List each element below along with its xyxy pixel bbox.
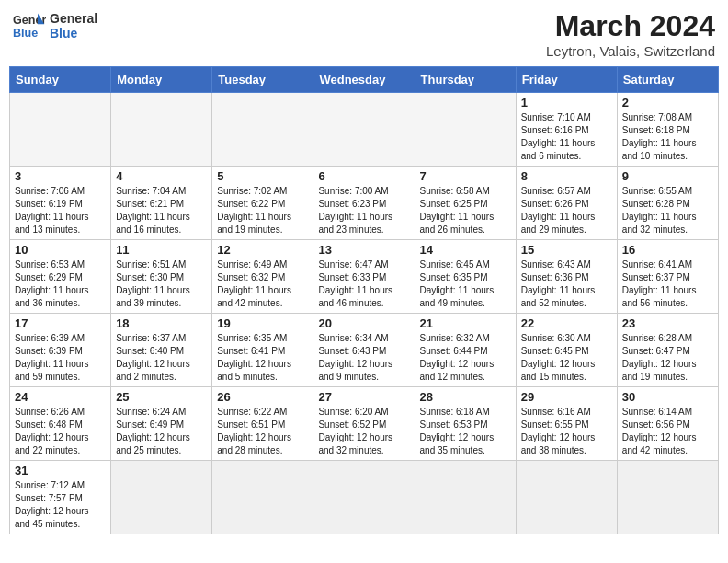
day-of-week-header: Thursday <box>415 67 516 93</box>
calendar-day-cell: 1Sunrise: 7:10 AM Sunset: 6:16 PM Daylig… <box>516 93 617 167</box>
day-of-week-header: Wednesday <box>313 67 415 93</box>
day-info: Sunrise: 7:12 AM Sunset: 7:57 PM Dayligh… <box>15 479 106 531</box>
calendar-day-cell <box>313 461 415 534</box>
calendar-day-cell: 15Sunrise: 6:43 AM Sunset: 6:36 PM Dayli… <box>516 240 617 314</box>
day-info: Sunrise: 6:18 AM Sunset: 6:53 PM Dayligh… <box>420 406 511 457</box>
day-number: 26 <box>217 390 308 404</box>
location-title: Leytron, Valais, Switzerland <box>546 43 715 59</box>
day-of-week-header: Monday <box>111 67 212 93</box>
calendar-day-cell: 17Sunrise: 6:39 AM Sunset: 6:39 PM Dayli… <box>10 314 111 387</box>
day-info: Sunrise: 6:20 AM Sunset: 6:52 PM Dayligh… <box>318 406 409 457</box>
calendar-day-cell <box>516 461 617 534</box>
calendar-week-row: 1Sunrise: 7:10 AM Sunset: 6:16 PM Daylig… <box>10 93 719 167</box>
calendar-day-cell: 18Sunrise: 6:37 AM Sunset: 6:40 PM Dayli… <box>111 314 212 387</box>
calendar-day-cell: 24Sunrise: 6:26 AM Sunset: 6:48 PM Dayli… <box>10 387 111 461</box>
calendar-day-cell: 8Sunrise: 6:57 AM Sunset: 6:26 PM Daylig… <box>516 167 617 240</box>
day-number: 1 <box>521 96 612 109</box>
calendar-day-cell: 5Sunrise: 7:02 AM Sunset: 6:22 PM Daylig… <box>212 167 313 240</box>
day-info: Sunrise: 6:22 AM Sunset: 6:51 PM Dayligh… <box>217 406 308 457</box>
day-info: Sunrise: 6:24 AM Sunset: 6:49 PM Dayligh… <box>116 406 207 457</box>
day-info: Sunrise: 6:43 AM Sunset: 6:36 PM Dayligh… <box>521 259 612 310</box>
day-number: 14 <box>420 243 511 257</box>
day-info: Sunrise: 6:41 AM Sunset: 6:37 PM Dayligh… <box>622 259 713 310</box>
day-number: 11 <box>116 243 207 257</box>
day-info: Sunrise: 6:53 AM Sunset: 6:29 PM Dayligh… <box>15 259 106 310</box>
calendar-day-cell: 19Sunrise: 6:35 AM Sunset: 6:41 PM Dayli… <box>212 314 313 387</box>
day-info: Sunrise: 7:10 AM Sunset: 6:16 PM Dayligh… <box>521 111 612 163</box>
day-number: 22 <box>521 316 612 330</box>
day-number: 24 <box>15 390 106 404</box>
calendar-day-cell: 28Sunrise: 6:18 AM Sunset: 6:53 PM Dayli… <box>415 387 516 461</box>
day-number: 13 <box>318 243 409 257</box>
logo-blue: Blue <box>50 26 97 40</box>
calendar-day-cell: 9Sunrise: 6:55 AM Sunset: 6:28 PM Daylig… <box>617 167 718 240</box>
calendar-day-cell: 13Sunrise: 6:47 AM Sunset: 6:33 PM Dayli… <box>313 240 415 314</box>
calendar-day-cell <box>111 461 212 534</box>
day-number: 30 <box>622 390 713 404</box>
calendar-day-cell <box>313 93 415 167</box>
day-info: Sunrise: 6:32 AM Sunset: 6:44 PM Dayligh… <box>420 332 511 384</box>
calendar-day-cell: 6Sunrise: 7:00 AM Sunset: 6:23 PM Daylig… <box>313 167 415 240</box>
calendar-day-cell: 12Sunrise: 6:49 AM Sunset: 6:32 PM Dayli… <box>212 240 313 314</box>
day-info: Sunrise: 6:47 AM Sunset: 6:33 PM Dayligh… <box>318 259 409 310</box>
calendar-day-cell: 11Sunrise: 6:51 AM Sunset: 6:30 PM Dayli… <box>111 240 212 314</box>
day-number: 21 <box>420 316 511 330</box>
calendar-day-cell: 16Sunrise: 6:41 AM Sunset: 6:37 PM Dayli… <box>617 240 718 314</box>
calendar-day-cell <box>111 93 212 167</box>
calendar-day-cell: 14Sunrise: 6:45 AM Sunset: 6:35 PM Dayli… <box>415 240 516 314</box>
month-title: March 2024 <box>546 9 715 43</box>
calendar-day-cell: 30Sunrise: 6:14 AM Sunset: 6:56 PM Dayli… <box>617 387 718 461</box>
day-info: Sunrise: 7:06 AM Sunset: 6:19 PM Dayligh… <box>15 185 106 236</box>
day-number: 8 <box>521 169 612 183</box>
day-number: 29 <box>521 390 612 404</box>
calendar-day-cell: 2Sunrise: 7:08 AM Sunset: 6:18 PM Daylig… <box>617 93 718 167</box>
day-info: Sunrise: 6:28 AM Sunset: 6:47 PM Dayligh… <box>622 332 713 384</box>
calendar-day-cell <box>617 461 718 534</box>
day-info: Sunrise: 6:55 AM Sunset: 6:28 PM Dayligh… <box>622 185 713 236</box>
svg-text:Blue: Blue <box>13 27 38 40</box>
calendar-header-row: SundayMondayTuesdayWednesdayThursdayFrid… <box>10 67 719 93</box>
calendar-day-cell: 26Sunrise: 6:22 AM Sunset: 6:51 PM Dayli… <box>212 387 313 461</box>
calendar-day-cell: 21Sunrise: 6:32 AM Sunset: 6:44 PM Dayli… <box>415 314 516 387</box>
day-number: 5 <box>217 169 308 183</box>
day-number: 31 <box>15 464 106 477</box>
day-number: 12 <box>217 243 308 257</box>
day-info: Sunrise: 6:39 AM Sunset: 6:39 PM Dayligh… <box>15 332 106 384</box>
calendar-day-cell: 27Sunrise: 6:20 AM Sunset: 6:52 PM Dayli… <box>313 387 415 461</box>
logo: General Blue General Blue <box>13 9 97 42</box>
day-number: 16 <box>622 243 713 257</box>
day-info: Sunrise: 7:02 AM Sunset: 6:22 PM Dayligh… <box>217 185 308 236</box>
header: General Blue General Blue March 2024 Ley… <box>9 9 719 59</box>
day-number: 25 <box>116 390 207 404</box>
day-info: Sunrise: 6:45 AM Sunset: 6:35 PM Dayligh… <box>420 259 511 310</box>
calendar-day-cell: 7Sunrise: 6:58 AM Sunset: 6:25 PM Daylig… <box>415 167 516 240</box>
day-number: 9 <box>622 169 713 183</box>
calendar-day-cell: 3Sunrise: 7:06 AM Sunset: 6:19 PM Daylig… <box>10 167 111 240</box>
calendar-day-cell: 31Sunrise: 7:12 AM Sunset: 7:57 PM Dayli… <box>10 461 111 534</box>
day-info: Sunrise: 6:30 AM Sunset: 6:45 PM Dayligh… <box>521 332 612 384</box>
day-number: 7 <box>420 169 511 183</box>
calendar-day-cell <box>212 461 313 534</box>
day-number: 27 <box>318 390 409 404</box>
day-of-week-header: Saturday <box>617 67 718 93</box>
day-number: 15 <box>521 243 612 257</box>
day-info: Sunrise: 6:14 AM Sunset: 6:56 PM Dayligh… <box>622 406 713 457</box>
day-number: 17 <box>15 316 106 330</box>
calendar-day-cell: 10Sunrise: 6:53 AM Sunset: 6:29 PM Dayli… <box>10 240 111 314</box>
calendar-day-cell: 4Sunrise: 7:04 AM Sunset: 6:21 PM Daylig… <box>111 167 212 240</box>
day-number: 4 <box>116 169 207 183</box>
day-info: Sunrise: 6:35 AM Sunset: 6:41 PM Dayligh… <box>217 332 308 384</box>
day-info: Sunrise: 6:37 AM Sunset: 6:40 PM Dayligh… <box>116 332 207 384</box>
calendar-day-cell <box>415 93 516 167</box>
day-of-week-header: Friday <box>516 67 617 93</box>
calendar-day-cell <box>212 93 313 167</box>
day-number: 2 <box>622 96 713 109</box>
calendar-day-cell: 20Sunrise: 6:34 AM Sunset: 6:43 PM Dayli… <box>313 314 415 387</box>
day-number: 19 <box>217 316 308 330</box>
calendar-week-row: 31Sunrise: 7:12 AM Sunset: 7:57 PM Dayli… <box>10 461 719 534</box>
day-info: Sunrise: 6:51 AM Sunset: 6:30 PM Dayligh… <box>116 259 207 310</box>
day-info: Sunrise: 6:58 AM Sunset: 6:25 PM Dayligh… <box>420 185 511 236</box>
calendar-day-cell: 29Sunrise: 6:16 AM Sunset: 6:55 PM Dayli… <box>516 387 617 461</box>
calendar-week-row: 10Sunrise: 6:53 AM Sunset: 6:29 PM Dayli… <box>10 240 719 314</box>
day-info: Sunrise: 7:04 AM Sunset: 6:21 PM Dayligh… <box>116 185 207 236</box>
